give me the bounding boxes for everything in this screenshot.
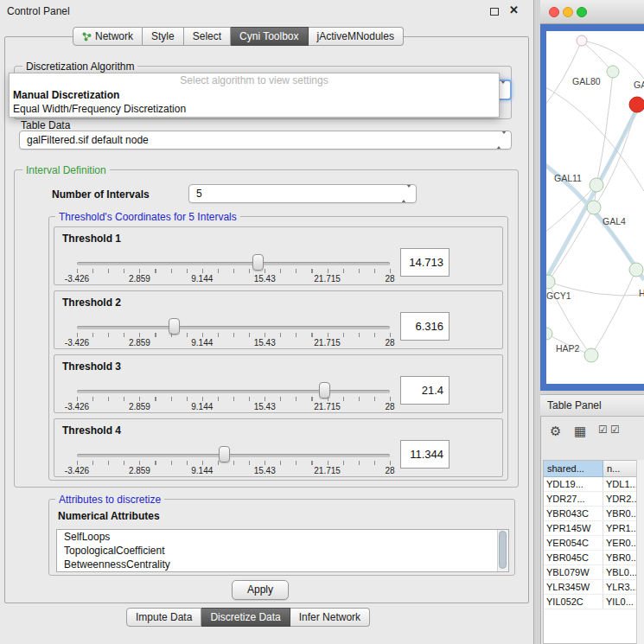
tick-label: -3.426: [65, 338, 89, 348]
slider-track[interactable]: [77, 454, 390, 457]
tab-discretize-data[interactable]: Discretize Data: [201, 608, 290, 627]
top-tab-bar: Network Style Select Cyni Toolbox jActiv…: [73, 27, 404, 46]
cell[interactable]: YPR1...: [603, 521, 636, 535]
zoom-traffic-light-icon[interactable]: [577, 7, 587, 17]
columns-icon[interactable]: ▦: [574, 424, 586, 439]
table-scrollbar[interactable]: [636, 460, 644, 644]
cell[interactable]: YPR145W: [544, 521, 603, 535]
tick-label: 15.43: [254, 402, 276, 411]
network-canvas[interactable]: GAL80 GA GAL11 GAL4 GCY1 H HAP2: [546, 31, 644, 384]
close-traffic-light-icon[interactable]: [549, 7, 559, 17]
network-node[interactable]: [590, 178, 603, 192]
num-intervals-value: 5: [196, 188, 202, 200]
threshold-value-field[interactable]: 11.344: [400, 440, 450, 469]
cell[interactable]: YDL19...: [544, 477, 603, 491]
tab-jactivemodules[interactable]: jActiveMNodules: [309, 27, 404, 46]
cell[interactable]: YDL1...: [603, 477, 636, 491]
tick-label: 28: [385, 274, 394, 284]
tick-label: 21.715: [314, 466, 341, 475]
table-row[interactable]: YBR045CYBR0...: [544, 551, 636, 565]
slider-scale: -3.426 2.859 9.144 15.43 21.715 28: [77, 338, 390, 348]
column-header-shared-name[interactable]: shared...: [544, 461, 603, 477]
table-row[interactable]: YBR043CYBR0...: [544, 507, 636, 521]
threshold-label: Threshold 3: [62, 360, 121, 373]
cell[interactable]: YLR345W: [544, 580, 603, 594]
table-row[interactable]: YDR27...YDR2...: [544, 492, 636, 507]
table-data-label: Table Data: [21, 119, 70, 131]
table-row[interactable]: YLR345WYLR3...: [544, 580, 636, 595]
network-node[interactable]: [546, 328, 552, 340]
cell[interactable]: YBR0...: [603, 507, 636, 520]
table-row[interactable]: YBL079WYBL0...: [544, 565, 636, 580]
num-intervals-combobox[interactable]: 5: [188, 184, 417, 203]
clear-all-checkbox-icon[interactable]: ☑: [610, 424, 620, 436]
tick-label: 9.144: [191, 274, 213, 284]
tab-cyni-toolbox[interactable]: Cyni Toolbox: [231, 27, 308, 46]
threshold-value-field[interactable]: 21.4: [400, 376, 450, 405]
float-window-icon[interactable]: [490, 8, 499, 16]
list-item[interactable]: BetweennessCentrality: [57, 558, 508, 571]
network-node[interactable]: [629, 263, 643, 277]
tab-label: Cyni Toolbox: [239, 27, 298, 46]
column-header-name[interactable]: n...: [603, 461, 636, 477]
algorithm-dropdown-popup: Select algorithm to view settings Manual…: [9, 73, 500, 118]
threshold-panel: Threshold 3 -3.426 2.859 9.144 15.43 21.…: [54, 354, 503, 413]
threshold-value-field[interactable]: 6.316: [400, 312, 450, 341]
tab-network[interactable]: Network: [73, 27, 143, 46]
network-node-selected[interactable]: [629, 97, 644, 112]
list-item[interactable]: TopologicalCoefficient: [57, 544, 508, 558]
gear-icon[interactable]: ⚙: [550, 424, 561, 439]
close-icon[interactable]: ✕: [509, 3, 519, 16]
network-node[interactable]: [607, 66, 619, 78]
table-row[interactable]: YER054CYER0...: [544, 536, 636, 551]
cell[interactable]: YDR2...: [603, 492, 636, 506]
table-row[interactable]: YIL052CYIL0...: [544, 595, 636, 609]
threshold-value-field[interactable]: 14.713: [400, 248, 450, 277]
slider-track[interactable]: [77, 390, 390, 393]
list-item[interactable]: SelfLoops: [57, 530, 508, 544]
tick-label: 2.859: [129, 402, 150, 411]
cell[interactable]: YLR3...: [603, 580, 636, 594]
tab-infer-network[interactable]: Infer Network: [290, 608, 370, 627]
cell[interactable]: YER0...: [603, 536, 636, 550]
table-row[interactable]: YPR145WYPR1...: [544, 521, 636, 536]
apply-button[interactable]: Apply: [232, 580, 289, 600]
cell[interactable]: YIL052C: [544, 595, 603, 609]
cell[interactable]: YBR045C: [544, 551, 603, 564]
tab-select[interactable]: Select: [184, 27, 231, 46]
network-node[interactable]: [546, 275, 555, 289]
control-panel: Control Panel ✕ Network Style Select Cyn…: [0, 0, 534, 644]
cell[interactable]: YBL0...: [603, 565, 636, 579]
tick-label: -3.426: [65, 466, 89, 475]
list-scrollbar[interactable]: [497, 530, 508, 571]
dropdown-option-manual[interactable]: Manual Discretization: [10, 88, 499, 102]
network-node[interactable]: [587, 201, 601, 214]
cell[interactable]: YDR27...: [544, 492, 603, 506]
cell[interactable]: YBR0...: [603, 551, 636, 564]
slider-track[interactable]: [77, 326, 390, 329]
tab-label: Impute Data: [136, 608, 192, 627]
attributes-group: Numerical Attributes SelfLoops Topologic…: [48, 499, 515, 576]
bottom-tab-bar: Impute Data Discretize Data Infer Networ…: [126, 608, 370, 627]
select-all-checkbox-icon[interactable]: ☑: [598, 424, 608, 436]
minimize-traffic-light-icon[interactable]: [563, 7, 573, 17]
tick-label: 21.715: [314, 402, 341, 411]
cell[interactable]: YER054C: [544, 536, 603, 550]
table-data-combobox[interactable]: galFiltered.sif default node: [19, 131, 512, 150]
network-node[interactable]: [577, 35, 587, 46]
slider-track[interactable]: [77, 262, 390, 265]
attributes-group-title: Attributes to discretize: [55, 494, 164, 506]
cell[interactable]: YBL079W: [544, 565, 603, 579]
tab-impute-data[interactable]: Impute Data: [126, 608, 201, 627]
scrollbar-thumb[interactable]: [499, 531, 507, 569]
dropdown-option-equal-width[interactable]: Equal Width/Frequency Discretization: [10, 102, 499, 116]
network-icon: [82, 32, 92, 41]
table-header-row: shared... n...: [544, 461, 636, 477]
cell[interactable]: YBR043C: [544, 507, 603, 520]
tab-style[interactable]: Style: [143, 27, 184, 46]
network-node[interactable]: [584, 348, 598, 362]
network-edges: [546, 41, 644, 355]
table-row[interactable]: YDL19...YDL1...: [544, 477, 636, 492]
cell[interactable]: YIL0...: [603, 595, 636, 609]
slider-ticks: [77, 333, 391, 337]
